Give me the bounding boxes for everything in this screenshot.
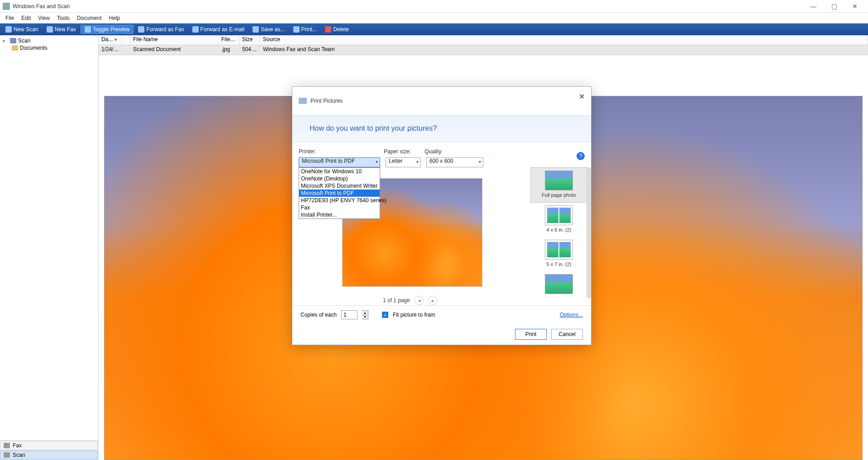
sidebar: ▾ Scan Documents Fax Scan bbox=[0, 35, 99, 460]
dialog-title: Print Pictures bbox=[310, 98, 343, 104]
pager-text: 1 of 1 page bbox=[383, 297, 410, 304]
layout-label: 4 x 6 in. (2) bbox=[530, 227, 587, 232]
tree-label: Documents bbox=[20, 45, 48, 51]
sidebar-scan-button[interactable]: Scan bbox=[0, 451, 98, 460]
maximize-button[interactable]: ▢ bbox=[824, 0, 844, 13]
quality-value: 600 x 600 bbox=[429, 158, 453, 164]
chevron-down-icon: ▾ bbox=[416, 159, 419, 164]
copies-input[interactable] bbox=[341, 310, 358, 319]
list-empty-space bbox=[99, 55, 868, 91]
expander-icon[interactable]: ▾ bbox=[3, 38, 8, 43]
tree-node-scan[interactable]: ▾ Scan bbox=[3, 37, 95, 44]
menu-tools[interactable]: Tools bbox=[53, 14, 73, 22]
menu-file[interactable]: File bbox=[2, 14, 18, 22]
new-fax-button[interactable]: New Fax bbox=[43, 25, 80, 33]
folder-tree: ▾ Scan Documents bbox=[0, 35, 98, 440]
dialog-footer-options: Copies of each ▲▼ ✓ Fit picture to fram … bbox=[292, 306, 591, 324]
cell-filename: Scanned Document bbox=[130, 45, 219, 55]
dialog-close-button[interactable]: ✕ bbox=[576, 90, 587, 102]
printer-option[interactable]: Microsoft XPS Document Writer bbox=[299, 182, 380, 190]
printer-icon bbox=[293, 26, 300, 33]
printer-option[interactable]: OneNote for Windows 10 bbox=[299, 168, 380, 175]
titlebar: Windows Fax and Scan — ▢ ✕ bbox=[0, 0, 868, 13]
menu-help[interactable]: Help bbox=[105, 14, 124, 22]
layout-label: Full page photo bbox=[531, 192, 587, 198]
list-header: Da...▼ File Name File T... Size Source bbox=[99, 35, 868, 45]
cancel-button[interactable]: Cancel bbox=[551, 329, 583, 340]
printer-option-selected[interactable]: Microsoft Print to PDF bbox=[299, 190, 380, 197]
delete-button[interactable]: Delete bbox=[321, 25, 353, 33]
menu-document[interactable]: Document bbox=[73, 14, 105, 22]
layout-label: 5 x 7 in. (2) bbox=[530, 261, 587, 267]
scanner-icon bbox=[5, 26, 12, 33]
cell-source: Windows Fax and Scan Team bbox=[260, 45, 868, 55]
layout-full-page[interactable]: Full page photo bbox=[530, 167, 587, 203]
col-source[interactable]: Source bbox=[260, 35, 868, 45]
new-scan-button[interactable]: New Scan bbox=[2, 25, 42, 33]
layout-thumb bbox=[545, 240, 573, 260]
close-button[interactable]: ✕ bbox=[844, 0, 865, 13]
menu-view[interactable]: View bbox=[34, 14, 53, 22]
print-pictures-dialog: Print Pictures ✕ How do you want to prin… bbox=[292, 86, 591, 345]
layout-4x6[interactable]: 4 x 6 in. (2) bbox=[530, 203, 587, 237]
tree-node-documents[interactable]: Documents bbox=[12, 44, 95, 52]
toggle-preview-button[interactable]: Toggle Preview bbox=[81, 25, 134, 34]
menubar: File Edit View Tools Document Help bbox=[0, 13, 868, 24]
col-size[interactable]: Size bbox=[239, 35, 260, 45]
printer-option[interactable]: OneNote (Desktop) bbox=[299, 175, 380, 182]
layout-5x7[interactable]: 5 x 7 in. (2) bbox=[530, 237, 587, 271]
copies-spinner[interactable]: ▲▼ bbox=[362, 310, 368, 319]
print-button[interactable]: Print... bbox=[290, 25, 321, 33]
sort-desc-icon: ▼ bbox=[114, 38, 118, 42]
printer-option[interactable]: HP72DE93 (HP ENVY 7640 series) bbox=[299, 197, 380, 204]
paper-size-value: Letter bbox=[389, 158, 403, 164]
print-confirm-button[interactable]: Print bbox=[515, 329, 547, 340]
printer-option-install[interactable]: Install Printer... bbox=[299, 211, 380, 218]
layout-more[interactable] bbox=[530, 271, 587, 300]
pager: 1 of 1 page ◂ ▸ bbox=[292, 296, 528, 305]
col-spacer[interactable] bbox=[122, 35, 130, 45]
save-as-button[interactable]: Save as... bbox=[249, 25, 288, 33]
cell-date: 1/24/2... bbox=[99, 45, 122, 55]
print-dialog-icon bbox=[299, 98, 307, 104]
sidebar-fax-button[interactable]: Fax bbox=[0, 441, 98, 450]
forward-email-button[interactable]: Forward as E-mail bbox=[189, 25, 248, 33]
dialog-heading: How do you want to print your pictures? bbox=[292, 115, 591, 142]
quality-select[interactable]: 600 x 600 ▾ bbox=[426, 157, 483, 167]
col-filetype[interactable]: File T... bbox=[219, 35, 239, 45]
pager-next-button[interactable]: ▸ bbox=[428, 296, 437, 305]
minimize-button[interactable]: — bbox=[803, 0, 824, 13]
printer-select[interactable]: Microsoft Print to PDF ▾ bbox=[299, 157, 380, 167]
fit-checkbox[interactable]: ✓ bbox=[382, 312, 388, 318]
sidebar-bottom: Fax Scan bbox=[0, 440, 98, 460]
col-filename[interactable]: File Name bbox=[130, 35, 219, 45]
pager-prev-button[interactable]: ◂ bbox=[415, 296, 424, 305]
printer-option[interactable]: Fax bbox=[299, 204, 380, 211]
options-link[interactable]: Options... bbox=[560, 312, 583, 318]
save-icon bbox=[253, 26, 259, 33]
layout-thumb bbox=[545, 205, 573, 225]
help-icon[interactable]: ? bbox=[577, 152, 585, 160]
printer-dropdown: OneNote for Windows 10 OneNote (Desktop)… bbox=[299, 167, 380, 219]
paper-size-select[interactable]: Letter ▾ bbox=[386, 157, 421, 167]
cell-filetype: .jpg bbox=[219, 45, 239, 55]
scan-small-icon bbox=[4, 452, 10, 458]
window-title: Windows Fax and Scan bbox=[13, 3, 803, 9]
fit-label: Fit picture to fram bbox=[393, 312, 435, 318]
dialog-footer-buttons: Print Cancel bbox=[292, 324, 591, 345]
folder-icon bbox=[12, 45, 18, 51]
forward-fax-button[interactable]: Forward as Fax bbox=[134, 25, 187, 33]
app-icon bbox=[3, 3, 10, 10]
dialog-titlebar: Print Pictures ✕ bbox=[292, 87, 591, 115]
list-row[interactable]: 1/24/2... Scanned Document .jpg 504.3...… bbox=[99, 45, 868, 55]
copies-label: Copies of each bbox=[300, 312, 337, 318]
layout-thumb bbox=[545, 274, 573, 294]
col-date[interactable]: Da...▼ bbox=[99, 35, 122, 45]
chevron-down-icon: ▾ bbox=[376, 159, 378, 164]
menu-edit[interactable]: Edit bbox=[18, 14, 34, 22]
layout-thumb bbox=[545, 171, 573, 190]
printer-label: Printer: bbox=[299, 148, 384, 155]
layout-scrollbar[interactable] bbox=[587, 167, 591, 299]
content-area: Da...▼ File Name File T... Size Source 1… bbox=[99, 35, 868, 460]
forward-email-icon bbox=[192, 26, 199, 33]
